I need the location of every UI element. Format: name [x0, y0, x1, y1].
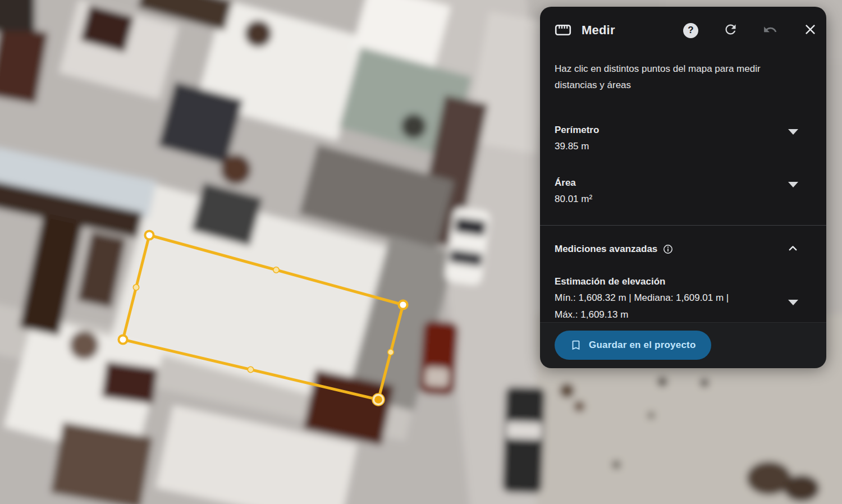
area-units-dropdown[interactable] [785, 184, 802, 199]
polygon-vertex[interactable] [145, 231, 153, 239]
panel-footer: Guardar en el proyecto [540, 322, 826, 368]
header-actions: ? [683, 21, 818, 39]
save-to-project-button[interactable]: Guardar en el proyecto [555, 331, 711, 360]
x-mark-icon [802, 21, 818, 39]
restart-measure-button[interactable] [723, 22, 738, 39]
polygon-vertex[interactable] [399, 300, 407, 309]
bookmark-icon [570, 339, 582, 351]
polygon-active-vertex[interactable] [374, 396, 382, 404]
elevation-row: Estimación de elevación Mín.: 1,608.32 m… [540, 275, 826, 322]
area-row: Área 80.01 m² [540, 176, 826, 207]
polygon-midpoint-handle[interactable] [273, 267, 279, 273]
save-button-label: Guardar en el proyecto [589, 340, 696, 351]
elevation-values-line1: Mín.: 1,608.32 m | Mediana: 1,609.01 m | [555, 291, 729, 305]
polygon-midpoint-handle[interactable] [248, 366, 253, 372]
help-button[interactable]: ? [683, 23, 698, 38]
area-label: Área [555, 176, 592, 190]
question-mark-circle-icon: ? [683, 23, 698, 38]
undo-button[interactable] [763, 22, 777, 39]
instruction-text: Haz clic en distintos puntos del mapa pa… [540, 49, 808, 93]
triangle-down-icon [788, 300, 798, 314]
polygon-vertex[interactable] [118, 335, 127, 343]
undo-arrow-icon [763, 22, 777, 39]
polygon-midpoint-handle[interactable] [388, 349, 393, 355]
elevation-units-dropdown[interactable] [785, 302, 802, 317]
measurement-polygon[interactable] [123, 235, 403, 400]
perimeter-row: Perímetro 39.85 m [540, 123, 826, 154]
ruler-icon [555, 23, 571, 38]
advanced-measurements-label: Mediciones avanzadas [555, 244, 657, 255]
refresh-arrow-icon [723, 22, 738, 39]
triangle-down-icon [788, 129, 798, 143]
close-panel-button[interactable] [802, 21, 818, 39]
perimeter-value: 39.85 m [555, 139, 599, 154]
panel-title: Medir [582, 23, 615, 38]
info-circle-icon[interactable] [663, 244, 673, 254]
perimeter-units-dropdown[interactable] [785, 131, 802, 146]
elevation-label: Estimación de elevación [555, 275, 729, 288]
chevron-up-icon [786, 242, 799, 256]
measure-panel-header: Medir ? [540, 7, 826, 39]
elevation-values-line2: Máx.: 1,609.13 m [555, 308, 729, 322]
google-earth-viewport: Medir ? [0, 0, 842, 504]
collapse-advanced-button[interactable] [784, 240, 802, 259]
area-value: 80.01 m² [555, 192, 592, 207]
measure-panel: Medir ? [540, 7, 826, 365]
perimeter-label: Perímetro [555, 123, 599, 137]
triangle-down-icon [788, 182, 798, 196]
advanced-measurements-row: Mediciones avanzadas [540, 226, 826, 259]
polygon-midpoint-handle[interactable] [133, 285, 139, 290]
